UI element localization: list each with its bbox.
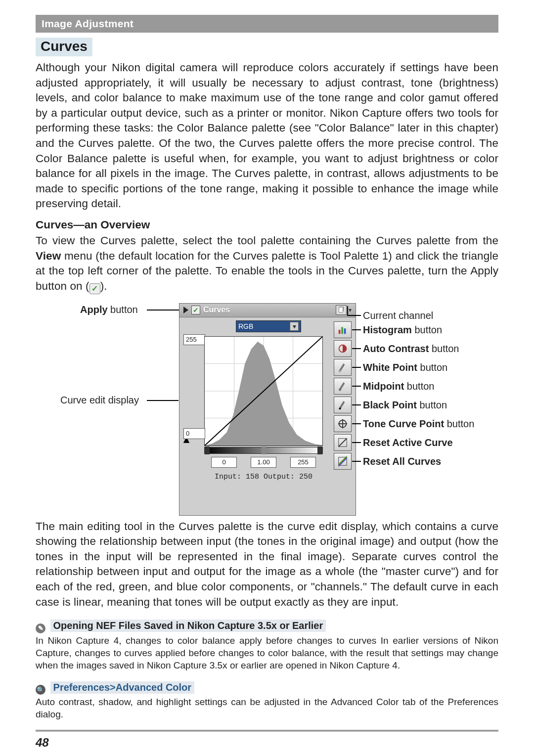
magnifier-icon: 🔍 xyxy=(36,685,45,695)
white-point-button[interactable] xyxy=(334,359,352,376)
label-whitepoint-s: button xyxy=(417,362,447,373)
curve-edit-display[interactable] xyxy=(204,336,323,446)
output-min-field[interactable]: 0 xyxy=(183,428,205,439)
channel-select[interactable]: RGB ▾ xyxy=(236,320,301,332)
disclosure-triangle-icon[interactable] xyxy=(183,307,188,313)
note1-paragraph: In Nikon Capture 4, changes to color bal… xyxy=(36,634,498,671)
panel-header: Curves ▾ xyxy=(179,304,356,317)
panel-dropdown-icon[interactable]: ▾ xyxy=(349,307,356,313)
page-title-text: Curves xyxy=(41,39,88,54)
label-apply-suffix: button xyxy=(108,304,138,315)
white-point-handle[interactable] xyxy=(317,446,322,454)
overview-pre: To view the Curves palette, select the t… xyxy=(36,234,498,247)
midpoint-handle[interactable] xyxy=(262,446,267,454)
leader-channel-v xyxy=(347,306,348,315)
label-midpoint-b: Midpoint xyxy=(363,381,404,392)
apply-check-icon xyxy=(89,283,100,294)
label-tone-curve-point: Tone Curve Point button xyxy=(363,418,474,430)
leader-resetactive xyxy=(352,442,361,443)
footer-rule xyxy=(36,730,498,732)
curves-diagram: Apply button Curve edit display Curves ▾… xyxy=(36,303,498,508)
pencil-icon: ✎ xyxy=(36,623,45,633)
label-reset-all: Reset All Curves xyxy=(363,456,441,467)
label-tcp-b: Tone Curve Point xyxy=(363,418,444,429)
label-autocontrast-b: Auto Contrast xyxy=(363,343,429,354)
intro-paragraph: Although your Nikon digital camera will … xyxy=(36,60,498,212)
label-histogram: Histogram button xyxy=(363,324,442,336)
label-midpoint: Midpoint button xyxy=(363,381,434,392)
leader-tonecurvepoint xyxy=(352,423,361,424)
curves-panel: Curves ▾ RGB ▾ 255 xyxy=(179,303,356,516)
black-point-button[interactable] xyxy=(334,397,352,413)
leader-whitepoint xyxy=(352,367,361,368)
page-number: 48 xyxy=(36,736,498,750)
label-apply-bold: Apply xyxy=(80,304,108,315)
midpoint-button[interactable] xyxy=(334,378,352,395)
label-blackpoint-b: Black Point xyxy=(363,400,417,410)
label-tcp-s: button xyxy=(444,418,474,429)
leader-resetall xyxy=(352,461,361,462)
leader-blackpoint xyxy=(352,404,361,405)
note2-heading-text: Preferences>Advanced Color xyxy=(53,682,192,693)
label-whitepoint-b: White Point xyxy=(363,362,417,373)
label-auto-contrast: Auto Contrast button xyxy=(363,343,459,355)
leader-midpoint xyxy=(352,386,361,387)
label-apply: Apply button xyxy=(80,304,138,315)
svg-point-14 xyxy=(339,370,341,372)
leader-histogram xyxy=(352,329,361,330)
label-resetactive-b: Reset Active Curve xyxy=(363,437,453,448)
leader-channel xyxy=(347,315,361,316)
overview-end: ). xyxy=(100,280,107,292)
auto-contrast-button[interactable] xyxy=(334,340,352,357)
svg-line-24 xyxy=(339,456,347,465)
label-midpoint-s: button xyxy=(404,381,434,392)
page-title: Curves xyxy=(36,38,92,56)
input-gamma-field[interactable]: 1.00 xyxy=(251,457,276,468)
chevron-down-icon: ▾ xyxy=(290,322,299,331)
output-max-field[interactable]: 255 xyxy=(183,334,205,345)
tone-curve-point-button[interactable] xyxy=(334,415,352,432)
note2-paragraph: Auto contrast, shadow, and highlight set… xyxy=(36,696,498,720)
label-histogram-b: Histogram xyxy=(363,324,412,335)
svg-rect-11 xyxy=(341,327,343,334)
overview-view-word: View xyxy=(36,250,61,262)
svg-rect-0 xyxy=(339,307,343,312)
label-autocontrast-s: button xyxy=(429,343,459,354)
histogram-button[interactable] xyxy=(334,321,352,338)
label-current-channel: Current channel xyxy=(363,310,433,321)
main-editing-paragraph: The main editing tool in the Curves pale… xyxy=(36,519,498,610)
svg-point-16 xyxy=(339,407,341,409)
label-histogram-s: button xyxy=(412,324,442,335)
svg-rect-12 xyxy=(344,328,346,334)
input-output-readout: Input: 158 Output: 250 xyxy=(204,473,323,481)
input-max-field[interactable]: 255 xyxy=(290,457,316,468)
apply-checkbox[interactable] xyxy=(191,306,200,314)
svg-rect-10 xyxy=(339,330,341,334)
leader-autocontrast xyxy=(352,348,361,349)
note1-heading-text: Opening NEF Files Saved in Nikon Capture… xyxy=(53,620,323,631)
label-black-point: Black Point button xyxy=(363,400,447,411)
reset-active-curve-button[interactable] xyxy=(334,434,352,451)
input-min-field[interactable]: 0 xyxy=(211,457,237,468)
leader-curve-edit xyxy=(147,400,178,401)
black-point-handle[interactable] xyxy=(205,446,210,454)
section-bar: Image Adjustment xyxy=(36,15,498,33)
reset-all-curves-button[interactable] xyxy=(334,453,352,470)
label-white-point: White Point button xyxy=(363,362,447,373)
label-reset-active: Reset Active Curve xyxy=(363,437,453,448)
svg-line-23 xyxy=(339,457,347,465)
label-curve-edit: Curve edit display xyxy=(60,395,139,406)
panel-title: Curves xyxy=(203,306,230,314)
panel-menu-icon[interactable] xyxy=(336,305,347,315)
note1-heading: ✎ Opening NEF Files Saved in Nikon Captu… xyxy=(36,620,498,633)
svg-line-21 xyxy=(339,438,347,446)
input-gradient-slider[interactable] xyxy=(204,447,323,454)
overview-heading: Curves—an Overview xyxy=(36,219,498,231)
svg-line-25 xyxy=(339,458,347,466)
svg-point-15 xyxy=(339,389,341,391)
note2-heading: 🔍 Preferences>Advanced Color xyxy=(36,681,498,695)
channel-select-value: RGB xyxy=(238,322,253,330)
overview-paragraph: To view the Curves palette, select the t… xyxy=(36,233,498,294)
label-blackpoint-s: button xyxy=(417,400,447,410)
label-resetall-b: Reset All Curves xyxy=(363,456,441,467)
